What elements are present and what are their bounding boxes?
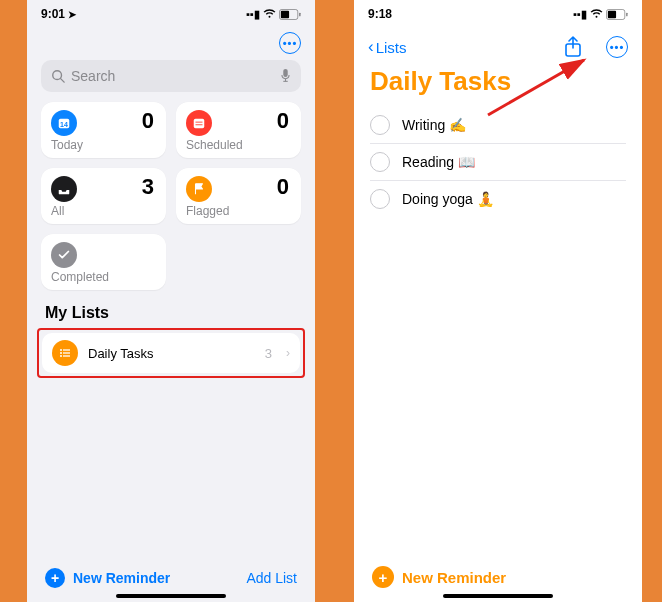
task-row[interactable]: Writing ✍️	[370, 107, 626, 144]
flagged-label: Flagged	[186, 204, 229, 218]
all-label: All	[51, 204, 64, 218]
status-indicators: ▪▪▮	[573, 8, 628, 21]
svg-point-18	[60, 355, 62, 357]
all-count: 3	[142, 174, 154, 200]
flag-icon	[186, 176, 212, 202]
reminders-home-screen: 9:01 ➤ ▪▪▮ ••• Search 14 0	[27, 0, 315, 602]
plus-circle-icon: +	[372, 566, 394, 588]
svg-line-4	[61, 79, 65, 83]
status-time: 9:01 ➤	[41, 7, 76, 21]
add-list-button[interactable]: Add List	[246, 570, 297, 586]
my-lists-header: My Lists	[27, 290, 315, 328]
today-count: 0	[142, 108, 154, 134]
time-text: 9:01	[41, 7, 65, 21]
check-icon	[51, 242, 77, 268]
signal-icon: ▪▪▮	[573, 8, 587, 21]
svg-rect-11	[194, 119, 205, 129]
status-bar: 9:18 ▪▪▮	[354, 0, 642, 28]
home-indicator[interactable]	[443, 594, 553, 598]
svg-rect-21	[608, 10, 616, 17]
status-indicators: ▪▪▮	[246, 8, 301, 21]
list-count: 3	[265, 346, 272, 361]
complete-toggle[interactable]	[370, 189, 390, 209]
new-reminder-button[interactable]: New Reminder	[402, 569, 506, 586]
nav-bar: ‹ Lists •••	[354, 28, 642, 62]
new-reminder-button[interactable]: + New Reminder	[45, 568, 170, 588]
completed-label: Completed	[51, 270, 109, 284]
list-row-daily-tasks[interactable]: Daily Tasks 3 ›	[42, 333, 300, 373]
mic-icon[interactable]	[280, 68, 291, 84]
svg-text:14: 14	[60, 121, 68, 128]
complete-toggle[interactable]	[370, 115, 390, 135]
task-row[interactable]: Doing yoga 🧘	[370, 181, 626, 217]
today-card[interactable]: 14 0 Today	[41, 102, 166, 158]
battery-icon	[279, 9, 301, 20]
today-label: Today	[51, 138, 83, 152]
calendar-icon: 14	[51, 110, 77, 136]
svg-rect-22	[626, 12, 627, 16]
task-text: Doing yoga 🧘	[402, 191, 494, 207]
location-icon: ➤	[68, 9, 76, 20]
wifi-icon	[263, 9, 276, 19]
scheduled-count: 0	[277, 108, 289, 134]
more-button[interactable]: •••	[279, 32, 301, 54]
scheduled-card[interactable]: 0 Scheduled	[176, 102, 301, 158]
back-button[interactable]: ‹ Lists	[368, 37, 407, 57]
task-text: Reading 📖	[402, 154, 475, 170]
chevron-right-icon: ›	[286, 346, 290, 360]
home-indicator[interactable]	[116, 594, 226, 598]
calendar-icon	[186, 110, 212, 136]
highlight-annotation: Daily Tasks 3 ›	[37, 328, 305, 378]
list-name: Daily Tasks	[88, 346, 154, 361]
svg-rect-1	[281, 10, 289, 17]
list-title: Daily Tasks	[354, 62, 642, 107]
task-list: Writing ✍️ Reading 📖 Doing yoga 🧘	[354, 107, 642, 217]
task-text: Writing ✍️	[402, 117, 466, 133]
search-field[interactable]: Search	[41, 60, 301, 92]
list-detail-screen: 9:18 ▪▪▮ ‹ Lists ••• Daily Tasks Writing…	[354, 0, 642, 602]
status-bar: 9:01 ➤ ▪▪▮	[27, 0, 315, 28]
scheduled-label: Scheduled	[186, 138, 243, 152]
top-toolbar: •••	[27, 28, 315, 60]
wifi-icon	[590, 9, 603, 19]
more-button[interactable]: •••	[606, 36, 628, 58]
inbox-icon	[51, 176, 77, 202]
status-time: 9:18	[368, 7, 392, 21]
signal-icon: ▪▪▮	[246, 8, 260, 21]
search-icon	[51, 69, 65, 83]
search-placeholder: Search	[71, 68, 115, 84]
plus-circle-icon: +	[45, 568, 65, 588]
smart-lists-grid: 14 0 Today 0 Scheduled 3 All 0 Flagged	[27, 102, 315, 290]
battery-icon	[606, 9, 628, 20]
back-label: Lists	[376, 39, 407, 56]
share-button[interactable]	[562, 36, 584, 58]
list-bullet-icon	[52, 340, 78, 366]
complete-toggle[interactable]	[370, 152, 390, 172]
completed-card[interactable]: Completed	[41, 234, 166, 290]
svg-rect-5	[283, 69, 287, 77]
flagged-card[interactable]: 0 Flagged	[176, 168, 301, 224]
svg-point-16	[60, 352, 62, 354]
all-card[interactable]: 3 All	[41, 168, 166, 224]
chevron-left-icon: ‹	[368, 37, 374, 57]
svg-rect-2	[299, 12, 300, 16]
flagged-count: 0	[277, 174, 289, 200]
task-row[interactable]: Reading 📖	[370, 144, 626, 181]
svg-point-14	[60, 349, 62, 351]
new-reminder-label: New Reminder	[73, 570, 170, 586]
